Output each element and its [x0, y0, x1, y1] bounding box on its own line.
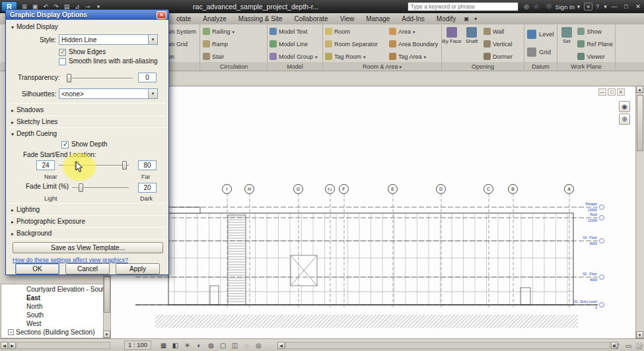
show-depth-checkbox[interactable]	[61, 141, 69, 148]
area-button[interactable]: Area	[387, 25, 440, 38]
favorites-icon[interactable]: ☆	[531, 2, 541, 12]
ok-button[interactable]: OK	[15, 263, 59, 274]
grid-bubble[interactable]: D	[436, 184, 446, 194]
level-elevation[interactable]: 13000	[524, 208, 597, 212]
level-name[interactable]: 02 - Floor	[524, 272, 597, 276]
level-elevation[interactable]: 0	[524, 306, 597, 309]
model-group-button[interactable]: Model Group	[268, 50, 320, 63]
level-elevation[interactable]: 12000	[524, 219, 597, 222]
tab-collaborate[interactable]: Collaborate	[289, 13, 334, 24]
help-search-box[interactable]	[408, 2, 519, 11]
tab-analyze[interactable]: Analyze	[197, 13, 233, 24]
grid-bubble[interactable]: G	[293, 184, 303, 194]
cancel-button[interactable]: Cancel	[65, 263, 110, 274]
crop-view-icon[interactable]: ▢	[218, 340, 228, 350]
save-as-view-template-button[interactable]: Save as View Template...	[13, 242, 163, 253]
browser-item[interactable]: West	[1, 319, 103, 328]
panel-label-circulation[interactable]: Circulation	[201, 63, 267, 71]
scrollbar-track[interactable]	[17, 342, 110, 349]
exchange-apps-icon[interactable]: ✕	[584, 3, 592, 11]
restore-window-icon[interactable]: □	[620, 2, 632, 12]
show-work-plane-button[interactable]: Show	[575, 25, 615, 38]
smooth-lines-checkbox[interactable]	[59, 58, 66, 65]
scroll-down-icon[interactable]	[636, 331, 643, 338]
close-window-icon[interactable]: ✕	[632, 2, 644, 12]
resize-grip[interactable]	[635, 342, 643, 350]
browser-item[interactable]: Courtyard Elevation - South	[1, 285, 103, 294]
tree-expander-icon[interactable]	[8, 329, 14, 335]
show-crop-icon[interactable]: ◫	[230, 340, 240, 350]
shaft-button[interactable]: Shaft	[462, 25, 482, 61]
help-link[interactable]: How do these settings affect view graphi…	[13, 257, 128, 263]
drawing-area[interactable]: IHGF.1FEDCBAParapet13000Roof1200003 - Fl…	[111, 86, 635, 338]
level-elevation[interactable]: 4000	[524, 278, 597, 282]
level-button[interactable]: Level	[524, 25, 557, 43]
transparency-slider-handle[interactable]	[67, 74, 71, 82]
scroll-up-icon[interactable]	[636, 86, 643, 93]
close-view-icon[interactable]: ✕	[617, 88, 625, 96]
transparency-slider[interactable]	[67, 78, 133, 79]
level-elevation[interactable]: 8000	[524, 242, 597, 245]
canvas-hscrollbar[interactable]	[277, 341, 618, 350]
browser-item[interactable]: East	[1, 294, 103, 302]
grid-bubble[interactable]: C	[483, 184, 493, 194]
panel-label-work-plane[interactable]: Work Plane	[557, 63, 615, 71]
scroll-left-icon[interactable]	[277, 342, 285, 349]
fade-limit-slider[interactable]	[72, 187, 129, 189]
model-line-button[interactable]: Model Line	[268, 38, 320, 50]
zoom-icon[interactable]: ⊕	[619, 113, 630, 125]
browser-item[interactable]: North	[1, 302, 103, 311]
grid-bubble[interactable]: F	[339, 184, 349, 194]
grid-bubble[interactable]: I	[222, 184, 232, 194]
reveal-hidden-icon[interactable]: ◎	[254, 340, 264, 350]
tab-massing-site[interactable]: Massing & Site	[233, 13, 289, 24]
dialog-titlebar[interactable]: Graphic Display Options	[6, 10, 168, 20]
panel-label-datum[interactable]: Datum	[524, 63, 557, 71]
tag-room-button[interactable]: Tag Room	[323, 50, 387, 63]
fade-start-value[interactable]: 24	[36, 160, 55, 170]
grid-bubble[interactable]: B	[508, 184, 518, 194]
ribbon-state-icon[interactable]: ▣	[462, 13, 471, 24]
help-icon[interactable]: ?	[592, 2, 602, 12]
set-button[interactable]: Set	[557, 25, 575, 61]
room-separator-button[interactable]: Room Separator	[323, 38, 387, 50]
grid-bubble[interactable]: F.1	[325, 184, 335, 194]
show-rendering-icon[interactable]: ◍	[206, 340, 216, 350]
ramp-button[interactable]: Ramp	[201, 38, 236, 50]
style-select[interactable]: Hidden Line	[59, 34, 158, 45]
scroll-left-icon[interactable]	[1, 342, 8, 349]
shadows-icon[interactable]: ◐	[194, 340, 204, 350]
editable-only-icon[interactable]: ▭	[624, 341, 633, 350]
browser-hscrollbar[interactable]	[1, 341, 110, 350]
vertical-opening-button[interactable]: Vertical	[482, 38, 515, 50]
section-photographic-exposure[interactable]: Photographic Exposure	[11, 218, 85, 225]
stair-button[interactable]: Stair	[201, 50, 236, 63]
help-caret-icon[interactable]: ▾	[602, 2, 608, 12]
section-shadows[interactable]: Shadows	[11, 106, 44, 113]
sun-path-icon[interactable]: ☀	[182, 340, 192, 350]
tab-view[interactable]: View	[334, 13, 361, 24]
level-name[interactable]: Parapet	[524, 203, 597, 206]
ref-plane-button[interactable]: Ref Plane	[575, 38, 615, 50]
fade-limit-value[interactable]: 20	[138, 183, 157, 193]
minimize-window-icon[interactable]: —	[608, 2, 620, 12]
detail-level-icon[interactable]: ▦	[159, 340, 168, 350]
restore-view-icon[interactable]: □	[608, 88, 616, 96]
section-depth-cueing[interactable]: Depth Cueing	[11, 130, 57, 137]
show-edges-checkbox[interactable]	[59, 49, 66, 56]
browser-item[interactable]: Sections (Building Section)	[1, 328, 103, 336]
grid-button[interactable]: Grid	[524, 43, 557, 61]
browser-item[interactable]: South	[1, 311, 103, 319]
visual-style-icon[interactable]: ◧	[170, 340, 180, 350]
steering-wheel-icon[interactable]: ◉	[619, 101, 630, 112]
tag-area-button[interactable]: Tag Area	[387, 50, 440, 63]
temporary-hide-icon[interactable]: ◌	[242, 340, 252, 350]
tab-manage[interactable]: Manage	[360, 13, 396, 24]
view-scale-button[interactable]: 1 : 100	[124, 340, 151, 350]
tab-otate[interactable]: otate	[170, 13, 197, 24]
by-face-button[interactable]: By Face	[442, 25, 462, 61]
apply-button[interactable]: Apply	[116, 263, 160, 274]
fade-end-value[interactable]: 80	[138, 160, 157, 170]
fade-end-handle[interactable]	[122, 161, 127, 170]
level-name[interactable]: Roof	[524, 213, 597, 216]
